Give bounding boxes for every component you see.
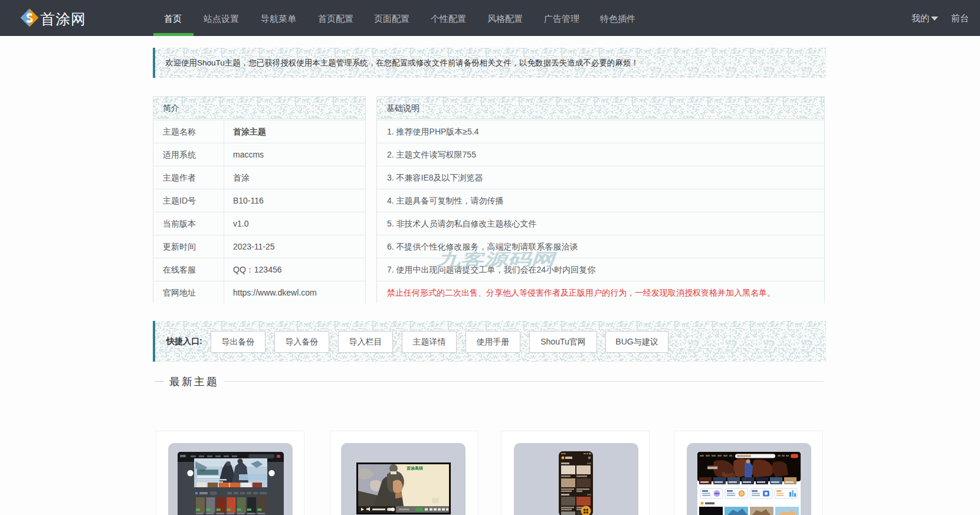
svg-text:首涂高级: 首涂高级 [406, 465, 424, 471]
